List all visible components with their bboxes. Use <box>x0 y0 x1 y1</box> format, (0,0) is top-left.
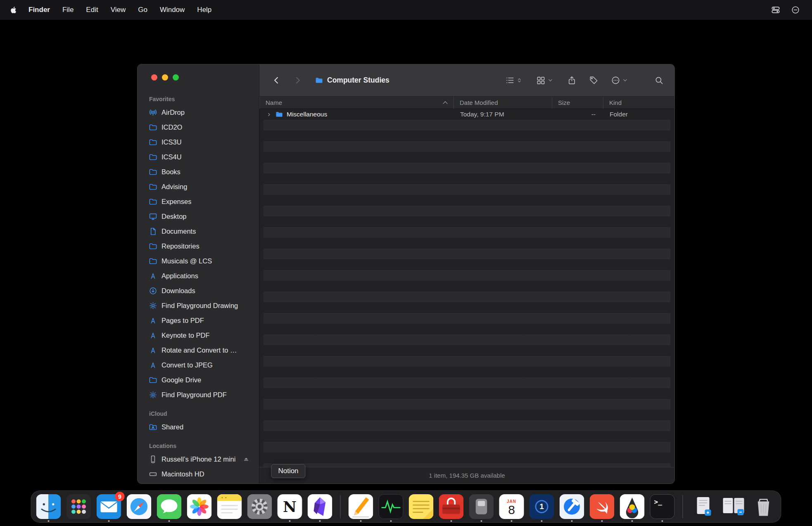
menu-item[interactable]: Window <box>154 6 191 14</box>
eject-icon[interactable] <box>242 242 250 250</box>
grid-view-icon[interactable] <box>536 76 546 85</box>
dock-item[interactable] <box>560 494 584 519</box>
dock-item[interactable] <box>620 494 645 519</box>
column-header[interactable]: Size <box>552 97 603 109</box>
dock-item[interactable] <box>308 494 332 519</box>
dock-item[interactable] <box>66 494 91 519</box>
eject-icon[interactable] <box>242 138 250 146</box>
dock-item[interactable]: N <box>278 494 302 519</box>
dock-item[interactable] <box>590 494 615 519</box>
column-header[interactable]: Name <box>259 97 453 109</box>
control-center-icon[interactable] <box>771 5 781 15</box>
dock-item[interactable] <box>36 494 61 519</box>
more-actions-control[interactable] <box>611 76 628 85</box>
sidebar-row[interactable]: Find Playground PDF <box>141 387 256 402</box>
menu-item[interactable]: File <box>56 6 80 14</box>
dock-item[interactable] <box>157 494 182 519</box>
dock-item[interactable] <box>379 494 404 519</box>
sidebar-row[interactable]: ICS4U <box>141 149 256 164</box>
sidebar-row[interactable]: ICD2O <box>141 120 256 135</box>
eject-icon[interactable] <box>242 183 250 190</box>
eject-icon[interactable] <box>242 361 250 369</box>
close-button[interactable] <box>151 74 157 81</box>
sidebar-row[interactable]: Keynote to PDF <box>141 328 256 343</box>
sidebar-row[interactable]: AirDrop <box>141 105 256 120</box>
focus-circle-icon[interactable] <box>791 5 800 15</box>
eject-icon[interactable] <box>242 272 250 280</box>
dock-item[interactable] <box>349 494 373 519</box>
eject-icon[interactable] <box>242 423 250 431</box>
sidebar-row[interactable]: Google Drive <box>141 372 256 387</box>
eject-icon[interactable] <box>243 346 250 354</box>
menu-item[interactable]: View <box>104 6 132 14</box>
menu-item[interactable]: Edit <box>80 6 104 14</box>
dock-item[interactable] <box>409 494 434 519</box>
tag-icon[interactable] <box>589 76 598 85</box>
eject-icon[interactable] <box>242 317 250 324</box>
dock-item[interactable]: >_ <box>650 494 675 519</box>
menu-item[interactable]: Help <box>191 6 218 14</box>
eject-icon[interactable] <box>242 227 250 235</box>
eject-icon[interactable] <box>242 257 250 265</box>
column-header[interactable]: Kind <box>603 97 674 109</box>
sidebar-row[interactable]: ICS3U <box>141 135 256 149</box>
dock-item[interactable]: 9 <box>97 494 121 519</box>
eject-icon[interactable] <box>242 109 250 116</box>
search-icon[interactable] <box>654 76 664 85</box>
group-by-control[interactable] <box>536 76 553 85</box>
more-icon[interactable] <box>611 76 620 85</box>
eject-icon[interactable] <box>242 123 250 131</box>
eject-icon[interactable] <box>242 470 250 478</box>
sidebar-row[interactable]: Shared <box>141 419 256 434</box>
sidebar-row[interactable]: Desktop <box>141 209 256 224</box>
sidebar-row[interactable]: Expenses <box>141 194 256 209</box>
menu-item[interactable]: Finder <box>22 6 56 14</box>
column-header[interactable]: Date Modified <box>453 97 552 109</box>
sidebar-row[interactable]: Downloads <box>141 283 256 298</box>
sidebar-row[interactable]: Russell’s iPhone 12 mini <box>141 452 256 467</box>
dock-item[interactable] <box>469 494 494 519</box>
sidebar-row[interactable]: Musicals @ LCS <box>141 254 256 268</box>
minimize-button[interactable] <box>162 74 168 81</box>
dock-item[interactable]: JAN 8 <box>499 494 524 519</box>
sidebar-row[interactable]: Find Playground Drawing <box>141 298 256 313</box>
eject-icon[interactable] <box>242 391 250 398</box>
eject-icon[interactable] <box>242 213 250 220</box>
back-icon[interactable] <box>272 76 281 85</box>
eject-icon[interactable] <box>242 455 250 463</box>
dock-item[interactable] <box>721 494 746 519</box>
eject-icon[interactable] <box>242 153 250 161</box>
dock-item[interactable] <box>247 494 272 519</box>
eject-icon[interactable] <box>242 332 250 339</box>
dock-item[interactable] <box>691 494 716 519</box>
apple-menu-icon[interactable] <box>9 5 18 14</box>
forward-icon[interactable] <box>293 76 302 85</box>
sidebar-row[interactable]: Pages to PDF <box>141 313 256 328</box>
zoom-button[interactable] <box>173 74 179 81</box>
eject-icon[interactable] <box>242 168 250 175</box>
menu-item[interactable]: Go <box>132 6 154 14</box>
view-mode-control[interactable] <box>505 76 522 85</box>
sidebar-row[interactable]: Repositories <box>141 239 256 254</box>
list-view-icon[interactable] <box>505 76 515 85</box>
sidebar-row[interactable]: Books <box>141 164 256 179</box>
sidebar-row[interactable]: Documents <box>141 224 256 239</box>
eject-icon[interactable] <box>242 198 250 205</box>
share-icon[interactable] <box>567 76 577 85</box>
dock-item[interactable] <box>187 494 212 519</box>
dock-item[interactable]: 1 <box>529 494 554 519</box>
sidebar-row[interactable]: Advising <box>141 179 256 194</box>
table-row[interactable]: Miscellaneous Today, 9:17 PM -- Folder <box>259 109 674 120</box>
dock-item[interactable] <box>127 494 152 519</box>
dock-item[interactable] <box>439 494 464 519</box>
sidebar-row[interactable]: Applications <box>141 268 256 283</box>
eject-icon[interactable] <box>242 302 250 309</box>
disclosure-chevron-icon[interactable] <box>266 111 272 117</box>
sidebar-row[interactable]: Macintosh HD <box>141 467 256 481</box>
sidebar-row[interactable]: Rotate and Convert to JPEG <box>141 343 256 358</box>
dock-item[interactable] <box>751 494 776 519</box>
dock-item[interactable] <box>217 494 242 519</box>
eject-icon[interactable] <box>242 376 250 384</box>
eject-icon[interactable] <box>242 287 250 294</box>
sidebar-row[interactable]: Convert to JPEG <box>141 358 256 372</box>
